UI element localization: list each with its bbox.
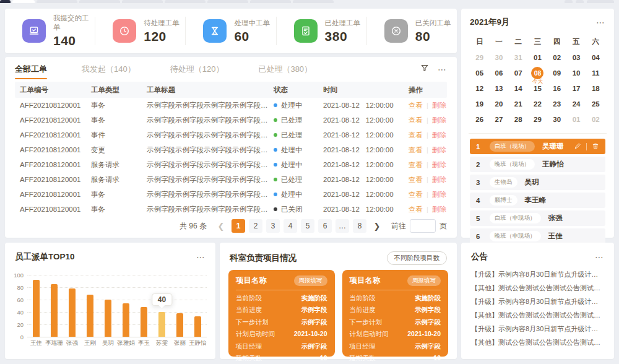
notice-item[interactable]: 【其他】测试公告测试公告测试公告测试公告测试公告	[471, 281, 604, 295]
calendar-day[interactable]: 26	[470, 111, 489, 127]
table-row[interactable]: AFF202108120001 事务 示例字段示例字段示例字段示例字段示例字段 …	[15, 202, 447, 217]
tab-strip-segment[interactable]	[207, 0, 248, 3]
calendar-day[interactable]: 17	[566, 80, 586, 96]
table-row[interactable]: AFF202108120001 事务 示例字段示例字段示例字段示例字段示例字段 …	[15, 187, 447, 202]
tab-strip-segment[interactable]	[576, 0, 584, 3]
calendar-day[interactable]: 29	[528, 111, 547, 127]
tab-strip-segment[interactable]	[122, 0, 163, 3]
bar-slot[interactable]	[45, 275, 63, 337]
more-icon[interactable]: ⋯	[595, 252, 604, 262]
filter-funnel-icon[interactable]	[420, 64, 429, 75]
calendar-day[interactable]: 13	[489, 80, 508, 96]
calendar-day[interactable]: 03	[566, 50, 586, 65]
trash-icon[interactable]	[592, 142, 599, 151]
worklist-tab[interactable]: 待处理（120）	[170, 57, 224, 82]
notice-item[interactable]: 【升级】示例内容8月30日新节点升级计划通知	[471, 267, 604, 281]
edit-pencil-icon[interactable]	[574, 142, 581, 151]
delete-link[interactable]: 删除	[432, 176, 446, 183]
bar[interactable]	[69, 288, 76, 337]
calendar-day[interactable]: 16	[547, 80, 566, 96]
calendar-day[interactable]: 02	[586, 111, 605, 127]
bar-slot[interactable]	[81, 275, 99, 337]
page-ellipsis[interactable]: …	[335, 219, 349, 233]
view-link[interactable]: 查看	[409, 206, 423, 213]
calendar-day[interactable]: 07	[509, 65, 528, 80]
table-row[interactable]: AFF202108120001 事务 示例字段示例字段示例字段示例字段示例字段 …	[15, 113, 447, 128]
table-row[interactable]: AFF202108120001 事务 示例字段示例字段示例字段示例字段示例字段 …	[15, 98, 447, 113]
delete-link[interactable]: 删除	[432, 206, 446, 213]
table-row[interactable]: AFF202108120001 事件 示例字段示例字段示例字段示例字段示例字段 …	[15, 128, 447, 142]
calendar-day[interactable]: 01	[566, 111, 586, 127]
view-link[interactable]: 查看	[409, 191, 423, 198]
calendar-day[interactable]: 18	[586, 80, 605, 96]
calendar-day[interactable]: 06	[489, 65, 508, 80]
worklist-tab[interactable]: 全部工单	[15, 57, 47, 82]
page-button[interactable]: 4	[284, 219, 297, 233]
calendar-day[interactable]: 15	[528, 80, 547, 96]
calendar-day[interactable]: 14	[509, 80, 528, 96]
bar[interactable]	[123, 303, 129, 337]
page-button[interactable]: 3	[266, 219, 280, 233]
page-button[interactable]: 8	[353, 219, 366, 233]
bar[interactable]	[141, 307, 147, 337]
notice-item[interactable]: 【其他】测试公告测试公告测试公告测试公告测试公告	[471, 308, 604, 322]
bar[interactable]	[51, 284, 58, 337]
bar-slot[interactable]: 40	[153, 275, 171, 337]
worklist-tab[interactable]: 已处理（380）	[258, 57, 312, 82]
worklist-tab[interactable]: 我发起（140）	[82, 57, 136, 82]
calendar-day-today[interactable]: 08今天	[528, 65, 547, 80]
tab-strip-segment[interactable]	[79, 0, 120, 3]
bar-slot[interactable]	[171, 275, 189, 337]
calendar-day[interactable]: 21	[509, 96, 528, 111]
view-link[interactable]: 查看	[409, 131, 423, 139]
calendar-day[interactable]: 04	[586, 50, 605, 65]
table-row[interactable]: AFF202108120001 服务请求 示例字段示例字段示例字段示例字段示例字…	[15, 172, 447, 187]
bar[interactable]	[158, 312, 165, 337]
calendar-day[interactable]: 12	[470, 80, 489, 96]
page-button[interactable]: 1	[232, 219, 245, 233]
bar[interactable]	[176, 313, 183, 337]
table-row[interactable]: AFF202108120001 服务请求 示例字段示例字段示例字段示例字段示例字…	[15, 157, 447, 172]
calendar-day[interactable]: 20	[489, 96, 508, 111]
more-icon[interactable]: ⋯	[596, 17, 605, 27]
bar-slot[interactable]	[63, 275, 81, 337]
tab-strip-segment[interactable]	[587, 0, 614, 3]
delete-link[interactable]: 删除	[432, 102, 446, 109]
calendar-day[interactable]: 28	[509, 111, 528, 127]
calendar-day[interactable]: 02	[547, 50, 566, 65]
calendar-day[interactable]: 05	[470, 65, 489, 80]
roster-row[interactable]: 5 白班（非现场） 张强	[470, 210, 605, 226]
roster-row[interactable]: 1 白班（现场） 吴珊珊	[470, 139, 605, 154]
calendar-day[interactable]: 25	[586, 96, 605, 111]
tab-strip-segment[interactable]	[293, 0, 334, 3]
calendar-day[interactable]: 19	[470, 96, 489, 111]
roster-row[interactable]: 3 生物岛 吴玥	[470, 175, 605, 190]
page-button[interactable]: 5	[301, 219, 314, 233]
view-link[interactable]: 查看	[409, 176, 423, 183]
bar-slot[interactable]	[99, 275, 117, 337]
bar-slot[interactable]	[117, 275, 135, 337]
view-link[interactable]: 查看	[409, 161, 423, 168]
goto-page-input[interactable]	[410, 219, 436, 233]
roster-row[interactable]: 6 晚班（非现场） 王佳	[470, 228, 605, 244]
delete-link[interactable]: 删除	[432, 131, 446, 139]
bar[interactable]	[194, 316, 201, 337]
more-icon[interactable]: ⋯	[438, 64, 447, 74]
delete-link[interactable]: 删除	[432, 191, 446, 198]
prev-page-button[interactable]: ❮	[214, 219, 228, 233]
calendar-day[interactable]: 30	[489, 50, 508, 65]
tab-strip-segment[interactable]	[250, 0, 291, 3]
more-icon[interactable]: ⋯	[196, 252, 206, 262]
calendar-day[interactable]: 01	[528, 50, 547, 65]
weekly-report-tag[interactable]: 周报填写	[294, 275, 327, 286]
tab-strip-segment[interactable]	[37, 0, 77, 3]
bar-slot[interactable]	[189, 275, 207, 337]
calendar-day[interactable]: 24	[566, 96, 586, 111]
tab-strip-segment[interactable]	[0, 0, 11, 3]
view-link[interactable]: 查看	[409, 116, 423, 124]
notice-item[interactable]: 【其他】测试公告测试公告测试公告测试公告测试公告	[471, 336, 604, 349]
calendar-day[interactable]: 10	[566, 65, 586, 80]
delete-link[interactable]: 删除	[432, 161, 446, 168]
bar[interactable]	[87, 295, 93, 337]
tab-strip-segment[interactable]	[565, 0, 573, 3]
